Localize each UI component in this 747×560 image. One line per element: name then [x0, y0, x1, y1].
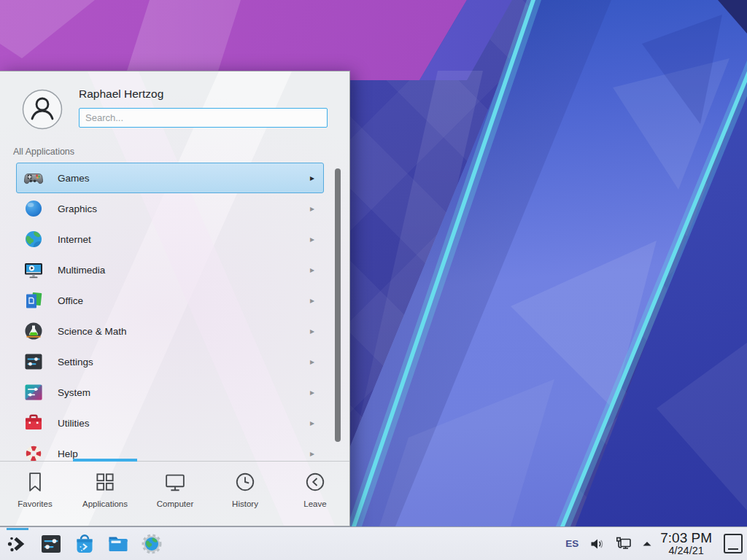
menu-item-utilities[interactable]: Utilities ▸	[16, 408, 324, 438]
clock-time: 7:03 PM	[660, 531, 712, 545]
gamepad-icon	[24, 168, 43, 187]
grid-icon	[94, 471, 116, 493]
tab-label: History	[210, 499, 280, 508]
submenu-arrow-icon: ▸	[310, 357, 316, 367]
application-launcher-popup: Raphael Hertzog All Applications	[0, 71, 350, 526]
menu-item-graphics[interactable]: Graphics ▸	[16, 193, 324, 224]
active-tab-indicator	[73, 459, 137, 462]
menu-item-label: Internet	[58, 234, 310, 245]
media-player-icon	[24, 260, 43, 279]
expand-tray-icon[interactable]	[641, 538, 653, 550]
menu-item-label: Graphics	[58, 203, 310, 214]
show-desktop-button[interactable]	[724, 534, 743, 553]
keyboard-layout-indicator[interactable]: ES	[565, 538, 578, 549]
clock-icon	[234, 471, 256, 493]
clock-date: 4/24/21	[660, 545, 712, 556]
system-tray: ES 7:03 PM 4/24/21	[565, 531, 743, 556]
file-manager-icon	[107, 532, 130, 556]
menu-item-label: Science & Math	[58, 326, 310, 337]
submenu-arrow-icon: ▸	[310, 387, 316, 397]
submenu-arrow-icon: ▸	[310, 295, 316, 306]
submenu-arrow-icon: ▸	[310, 265, 316, 275]
active-task-indicator	[7, 528, 28, 530]
menu-item-help[interactable]: Help ▸	[16, 438, 324, 461]
bookmark-icon	[24, 471, 46, 493]
menu-item-label: Office	[58, 295, 310, 306]
application-category-list: Games ▸ Graphics ▸	[0, 163, 350, 461]
file-manager-launcher[interactable]	[107, 532, 130, 556]
submenu-arrow-icon: ▸	[310, 203, 316, 214]
toolbox-icon	[24, 413, 43, 432]
sphere-icon	[24, 199, 43, 218]
list-scrollbar[interactable]	[335, 168, 341, 442]
menu-item-label: Settings	[58, 357, 310, 368]
tab-history[interactable]: History	[210, 462, 280, 526]
network-icon[interactable]	[615, 535, 632, 553]
system-icon	[24, 383, 43, 402]
menu-item-multimedia[interactable]: Multimedia ▸	[16, 254, 324, 285]
tab-favorites[interactable]: Favorites	[0, 462, 70, 526]
web-browser-launcher[interactable]	[140, 532, 163, 556]
tab-computer[interactable]: Computer	[140, 462, 210, 526]
submenu-arrow-icon: ▸	[310, 418, 316, 428]
documents-icon	[24, 291, 43, 310]
flask-icon	[24, 322, 43, 341]
tab-label: Leave	[280, 499, 350, 508]
taskbar: ES 7:03 PM 4/24/21	[0, 526, 747, 560]
menu-item-label: Multimedia	[58, 265, 310, 276]
menu-item-internet[interactable]: Internet ▸	[16, 224, 324, 254]
lifebuoy-icon	[24, 444, 43, 461]
menu-item-science-math[interactable]: Science & Math ▸	[16, 316, 324, 346]
web-browser-icon	[140, 532, 163, 556]
menu-item-system[interactable]: System ▸	[16, 377, 324, 408]
tab-label: Applications	[70, 499, 140, 508]
application-launcher-button[interactable]	[6, 532, 29, 556]
monitor-icon	[164, 471, 186, 493]
desktop: Raphael Hertzog All Applications	[0, 0, 747, 560]
section-label: All Applications	[13, 147, 74, 157]
search-input[interactable]	[79, 108, 328, 128]
menu-item-office[interactable]: Office ▸	[16, 285, 324, 316]
menu-item-label: Utilities	[58, 418, 310, 429]
submenu-arrow-icon: ▸	[310, 173, 316, 183]
menu-item-label: System	[58, 387, 310, 398]
menu-item-label: Games	[58, 173, 310, 184]
volume-icon[interactable]	[589, 535, 606, 553]
tab-leave[interactable]: Leave	[280, 462, 350, 526]
discover-launcher[interactable]	[73, 532, 96, 556]
menu-item-games[interactable]: Games ▸	[16, 163, 324, 193]
leave-icon	[304, 471, 326, 493]
menu-item-settings[interactable]: Settings ▸	[16, 346, 324, 377]
system-settings-launcher[interactable]	[39, 532, 63, 556]
menu-item-label: Help	[58, 448, 310, 459]
tab-applications[interactable]: Applications	[70, 462, 140, 526]
user-avatar-icon[interactable]	[22, 89, 63, 130]
tab-label: Favorites	[0, 499, 70, 508]
sliders-icon	[24, 352, 43, 371]
tab-label: Computer	[140, 499, 210, 508]
user-name: Raphael Hertzog	[79, 88, 163, 101]
launcher-tab-bar: Favorites Applications	[0, 461, 350, 526]
globe-icon	[24, 230, 43, 249]
show-desktop-line	[728, 548, 738, 550]
system-settings-icon	[39, 532, 63, 556]
discover-icon	[73, 532, 96, 556]
submenu-arrow-icon: ▸	[310, 448, 316, 459]
digital-clock[interactable]: 7:03 PM 4/24/21	[660, 531, 712, 556]
submenu-arrow-icon: ▸	[310, 234, 316, 244]
kde-launcher-icon	[6, 532, 29, 556]
submenu-arrow-icon: ▸	[310, 326, 316, 336]
